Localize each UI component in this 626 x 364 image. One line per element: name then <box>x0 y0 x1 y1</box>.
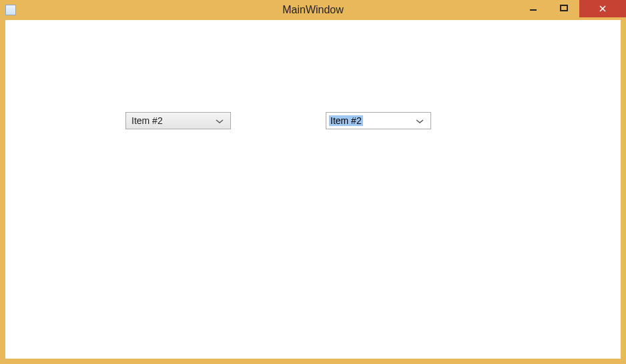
app-icon <box>5 5 16 15</box>
titlebar[interactable]: MainWindow <box>0 0 626 20</box>
combobox-readonly[interactable]: Item #2 <box>125 112 231 129</box>
close-icon <box>599 5 607 13</box>
combobox-editable-value[interactable]: Item #2 <box>329 115 363 126</box>
svg-rect-1 <box>561 5 567 11</box>
maximize-icon <box>560 4 568 12</box>
chevron-down-icon <box>416 115 424 126</box>
minimize-icon <box>529 4 537 12</box>
window-controls <box>518 0 626 20</box>
window-frame: MainWindow Item #2 Item #2 <box>0 0 626 364</box>
combobox-readonly-value: Item #2 <box>131 115 163 126</box>
client-area: Item #2 Item #2 <box>5 25 621 359</box>
minimize-button[interactable] <box>518 0 549 16</box>
maximize-button[interactable] <box>549 0 579 16</box>
close-button[interactable] <box>579 0 626 17</box>
combobox-editable[interactable]: Item #2 <box>326 112 431 129</box>
chevron-down-icon <box>216 115 224 126</box>
